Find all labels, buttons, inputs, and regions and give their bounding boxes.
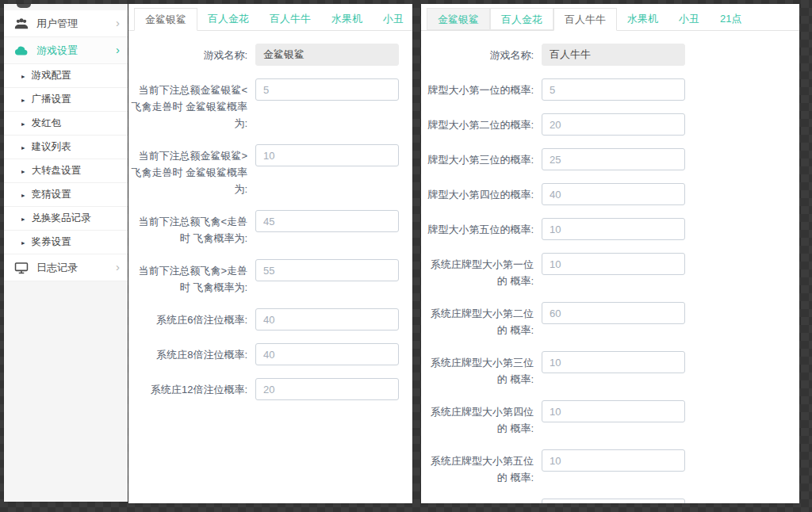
field-input[interactable] [542, 302, 685, 324]
field-input[interactable] [542, 253, 685, 275]
field-input[interactable] [255, 343, 399, 365]
sidebar-item-兑换奖品记录[interactable]: ▸兑换奖品记录 [4, 207, 128, 231]
sidebar-item-label: 游戏设置 [36, 44, 116, 58]
sidebar-subitem-label: 建议列表 [32, 140, 120, 154]
submenu-arrow-icon: ▸ [21, 239, 25, 246]
game-name-input [542, 44, 685, 66]
tab-水果机[interactable]: 水果机 [617, 8, 668, 30]
field-input[interactable] [255, 308, 399, 331]
sidebar-item-大转盘设置[interactable]: ▸大转盘设置 [4, 159, 128, 183]
field-label: 当前下注总额金鲨银鲨< 飞禽走兽时 金鲨银鲨概率为: [128, 78, 247, 132]
sidebar-subitem-label: 游戏配置 [32, 69, 120, 82]
form-field-row: 系统庄牌型大小第二位的 概率: [421, 302, 799, 338]
sidebar-item-奖券设置[interactable]: ▸奖券设置 [4, 231, 128, 254]
tab-21点[interactable]: 21点 [710, 8, 752, 30]
game-form-left: 游戏名称:当前下注总额金鲨银鲨< 飞禽走兽时 金鲨银鲨概率为:当前下注总额金鲨银… [128, 31, 412, 400]
sidebar-item-label: 用户管理 [36, 17, 116, 31]
game-name-row: 游戏名称: [421, 44, 799, 66]
form-field-row: 系统庄牌型大小第一位的 概率: [421, 253, 799, 289]
form-field-row: 系统庄牌型大小第四位的 概率: [421, 400, 799, 437]
sidebar-item-游戏设置[interactable]: 游戏设置› [4, 37, 128, 64]
tab-金鲨银鲨[interactable]: 金鲨银鲨 [134, 8, 197, 31]
form-field-row: 抽水百分比: [421, 499, 799, 503]
field-label: 牌型大小第一位的概率: [421, 78, 534, 98]
form-field-row: 当前下注总额飞禽<走兽 时 飞禽概率为: [128, 210, 412, 246]
field-input[interactable] [255, 378, 399, 400]
field-label: 牌型大小第五位的概率: [421, 218, 534, 238]
game-name-label: 游戏名称: [128, 44, 247, 63]
field-input[interactable] [542, 183, 685, 205]
game-tabs-left: 金鲨银鲨百人金花百人牛牛水果机小丑21点 [128, 8, 412, 31]
game-name-input [255, 44, 399, 66]
field-label: 系统庄牌型大小第三位的 概率: [421, 351, 534, 388]
tab-小丑[interactable]: 小丑 [668, 8, 710, 30]
field-input[interactable] [255, 78, 399, 101]
field-label: 抽水百分比: [421, 499, 534, 503]
cutoff-menu-icon [17, 4, 31, 8]
tab-百人牛牛[interactable]: 百人牛牛 [553, 8, 617, 31]
sidebar-item-游戏配置[interactable]: ▸游戏配置 [4, 64, 128, 88]
field-label: 当前下注总额飞禽<走兽 时 飞禽概率为: [128, 210, 247, 246]
field-input[interactable] [542, 400, 685, 422]
sidebar-subitem-label: 发红包 [32, 117, 120, 130]
sidebar: 用户管理›游戏设置›▸游戏配置▸广播设置▸发红包▸建议列表▸大转盘设置▸竞猜设置… [4, 4, 128, 502]
field-input[interactable] [542, 499, 685, 503]
submenu-arrow-icon: ▸ [21, 191, 25, 198]
sidebar-item-日志记录[interactable]: 日志记录› [4, 254, 128, 281]
sidebar-subitem-label: 广播设置 [32, 93, 120, 106]
field-label: 系统庄牌型大小第二位的 概率: [421, 302, 534, 338]
field-label: 系统庄牌型大小第五位的 概率: [421, 449, 534, 486]
chevron-right-icon: › [116, 44, 120, 57]
sidebar-subitem-label: 大转盘设置 [32, 164, 120, 178]
field-input[interactable] [255, 210, 399, 232]
field-label: 牌型大小第三位的概率: [421, 148, 534, 168]
field-label: 牌型大小第二位的概率: [421, 113, 534, 133]
form-field-row: 系统庄牌型大小第三位的 概率: [421, 351, 799, 388]
sidebar-item-竞猜设置[interactable]: ▸竞猜设置 [4, 183, 128, 207]
field-input[interactable] [542, 351, 685, 373]
submenu-arrow-icon: ▸ [21, 120, 25, 127]
game-settings-panel-niuniu: 金鲨银鲨百人金花百人牛牛水果机小丑21点 游戏名称:牌型大小第一位的概率:牌型大… [421, 4, 799, 503]
submenu-arrow-icon: ▸ [21, 167, 25, 174]
tab-小丑[interactable]: 小丑 [373, 8, 412, 30]
field-input[interactable] [255, 259, 399, 281]
form-field-row: 当前下注总额飞禽>走兽 时 飞禽概率为: [128, 259, 412, 296]
chevron-right-icon: › [116, 261, 120, 274]
field-input[interactable] [542, 449, 685, 472]
form-field-row: 系统庄12倍注位概率: [128, 378, 412, 400]
form-field-row: 牌型大小第五位的概率: [421, 218, 799, 240]
monitor-icon [13, 261, 29, 275]
form-field-row: 牌型大小第四位的概率: [421, 183, 799, 205]
game-name-label: 游戏名称: [421, 44, 534, 63]
chevron-right-icon: › [116, 17, 120, 30]
sidebar-subitem-label: 竞猜设置 [32, 188, 120, 201]
field-label: 牌型大小第四位的概率: [421, 183, 534, 203]
tab-百人牛牛[interactable]: 百人牛牛 [259, 8, 321, 30]
field-label: 系统庄12倍注位概率: [128, 378, 247, 398]
field-input[interactable] [542, 113, 685, 136]
field-label: 系统庄6倍注位概率: [128, 308, 247, 328]
submenu-arrow-icon: ▸ [21, 72, 25, 79]
tab-百人金花[interactable]: 百人金花 [197, 8, 259, 30]
form-field-row: 系统庄牌型大小第五位的 概率: [421, 449, 799, 486]
field-label: 系统庄牌型大小第四位的 概率: [421, 400, 534, 437]
field-input[interactable] [255, 144, 399, 166]
tab-金鲨银鲨[interactable]: 金鲨银鲨 [427, 8, 490, 30]
sidebar-item-发红包[interactable]: ▸发红包 [4, 112, 128, 136]
submenu-arrow-icon: ▸ [21, 215, 25, 222]
sidebar-item-广播设置[interactable]: ▸广播设置 [4, 88, 128, 112]
cloud-icon [13, 44, 29, 58]
form-field-row: 系统庄8倍注位概率: [128, 343, 412, 365]
sidebar-item-用户管理[interactable]: 用户管理› [4, 10, 128, 37]
form-field-row: 牌型大小第二位的概率: [421, 113, 799, 136]
submenu-arrow-icon: ▸ [21, 96, 25, 103]
sidebar-subitem-label: 兑换奖品记录 [32, 212, 120, 225]
sidebar-item-建议列表[interactable]: ▸建议列表 [4, 136, 128, 159]
form-field-row: 当前下注总额金鲨银鲨< 飞禽走兽时 金鲨银鲨概率为: [128, 78, 412, 132]
field-input[interactable] [542, 78, 685, 101]
tab-百人金花[interactable]: 百人金花 [490, 8, 553, 30]
field-input[interactable] [542, 148, 685, 170]
field-input[interactable] [542, 218, 685, 240]
tab-水果机[interactable]: 水果机 [321, 8, 373, 30]
sidebar-item-label: 日志记录 [36, 261, 116, 275]
